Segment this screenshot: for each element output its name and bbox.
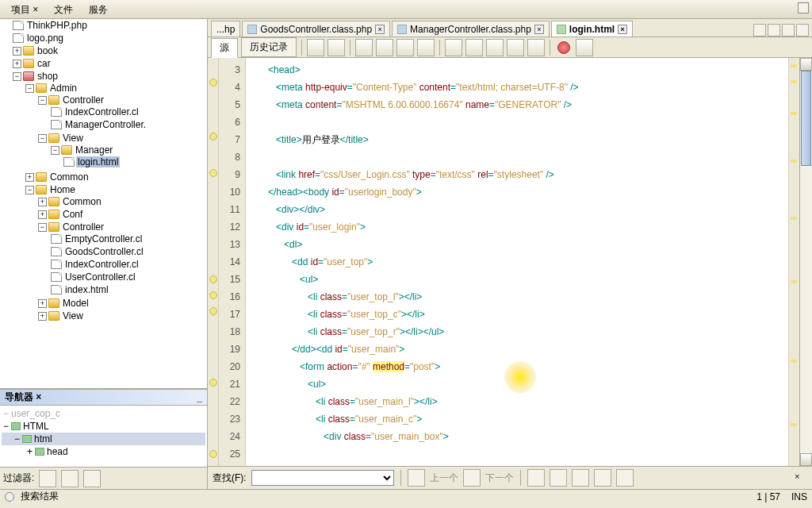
folder-icon — [23, 46, 34, 56]
subtab-history[interactable]: 历史记录 — [241, 37, 297, 57]
file-icon — [13, 21, 24, 30]
toolbar-button[interactable] — [445, 39, 462, 56]
php-icon — [397, 25, 407, 34]
filter-button[interactable] — [61, 470, 79, 487]
find-input[interactable] — [251, 470, 394, 486]
find-prev-button[interactable] — [408, 469, 425, 487]
toolbar-button[interactable] — [327, 39, 345, 56]
folder-icon — [23, 71, 34, 81]
marker-bar — [208, 58, 219, 466]
find-label: 查找(F): — [213, 471, 247, 485]
panel-tabs: 项目 × 文件 服务 — [0, 0, 812, 19]
status-insert: INS — [791, 491, 807, 502]
toolbar-button[interactable] — [396, 39, 414, 56]
tab-maximize[interactable] — [796, 24, 809, 37]
toolbar-button[interactable] — [527, 39, 545, 56]
code-editor[interactable]: 345678910111213141516171819202122232425 … — [208, 58, 812, 466]
minimize-button[interactable]: _ — [197, 392, 202, 403]
navigator-title: 导航器 × — [5, 391, 41, 404]
scroll-up[interactable] — [800, 58, 812, 71]
filter-label: 过滤器: — [3, 471, 34, 485]
tab-file-active[interactable]: login.html× — [551, 21, 633, 37]
tab-file[interactable]: 文件 — [46, 0, 81, 18]
tab-scroll-right[interactable] — [768, 24, 780, 37]
tab-scroll-left[interactable] — [753, 24, 766, 37]
tab-project[interactable]: 项目 × — [3, 0, 46, 18]
tree-item-login[interactable]: login.html — [76, 156, 120, 167]
toolbar-button[interactable] — [576, 39, 593, 56]
expand-toggle[interactable]: − — [13, 72, 21, 81]
close-icon[interactable]: × — [618, 25, 627, 34]
code-content[interactable]: <head> <meta http-equiv="Content-Type" c… — [246, 58, 788, 466]
toolbar-button[interactable] — [465, 39, 483, 56]
status-search[interactable]: 搜索结果 — [21, 490, 59, 503]
html-icon — [557, 25, 566, 34]
toolbar-button[interactable] — [307, 39, 324, 56]
folder-icon — [23, 59, 34, 68]
minimize-button[interactable] — [798, 2, 809, 13]
status-position: 1 | 57 — [756, 491, 780, 502]
filter-button[interactable] — [39, 470, 56, 487]
close-icon[interactable]: × — [375, 25, 385, 34]
toolbar-button[interactable] — [355, 39, 373, 56]
close-icon[interactable]: × — [534, 25, 544, 34]
close-find[interactable]: × — [795, 471, 807, 484]
navigator-panel: 导航器 × _ −user_cop_c −HTML −html +head — [0, 389, 207, 467]
find-bar: 查找(F): 上一个 下一个 × — [208, 466, 812, 489]
status-icon — [5, 492, 14, 502]
toolbar-button[interactable] — [417, 39, 435, 56]
vertical-scrollbar[interactable] — [799, 58, 812, 466]
toolbar-button[interactable] — [486, 39, 504, 56]
error-stripe — [788, 58, 799, 466]
find-option[interactable] — [572, 469, 589, 487]
php-icon — [247, 25, 257, 34]
toolbar-button[interactable] — [507, 39, 524, 56]
scroll-down[interactable] — [800, 453, 812, 466]
tab-file[interactable]: ManagerController.class.php× — [392, 21, 550, 37]
navigator-tree[interactable]: −user_cop_c −HTML −html +head — [0, 406, 207, 467]
stop-button[interactable] — [557, 41, 570, 54]
tab-menu[interactable] — [782, 24, 795, 37]
find-option[interactable] — [594, 469, 611, 487]
left-column: ThinkPHP.php logo.png +book +car −shop −… — [0, 19, 208, 489]
find-option[interactable] — [616, 469, 634, 487]
toolbar-button[interactable] — [376, 39, 393, 56]
expand-toggle[interactable]: + — [13, 47, 21, 56]
subtab-source[interactable]: 源 — [211, 38, 238, 58]
tab-file[interactable]: GoodsController.class.php× — [242, 21, 390, 37]
editor-area: ...hp GoodsController.class.php× Manager… — [208, 19, 812, 489]
expand-toggle[interactable]: + — [13, 60, 21, 68]
find-next-button[interactable] — [463, 469, 481, 487]
file-icon — [13, 33, 24, 43]
status-bar: 搜索结果 1 | 57 INS — [0, 489, 812, 503]
filter-button[interactable] — [83, 470, 101, 487]
line-numbers: 345678910111213141516171819202122232425 — [219, 58, 246, 466]
editor-toolbar: 源 历史记录 — [208, 37, 812, 58]
tab-service[interactable]: 服务 — [81, 0, 116, 18]
file-tabs: ...hp GoodsController.class.php× Manager… — [208, 19, 812, 37]
find-option[interactable] — [527, 469, 545, 487]
scroll-thumb[interactable] — [801, 71, 811, 166]
filter-row: 过滤器: — [0, 467, 207, 489]
project-tree[interactable]: ThinkPHP.php logo.png +book +car −shop −… — [0, 19, 207, 389]
tab-file[interactable]: ...hp — [211, 21, 240, 37]
find-option[interactable] — [550, 469, 567, 487]
